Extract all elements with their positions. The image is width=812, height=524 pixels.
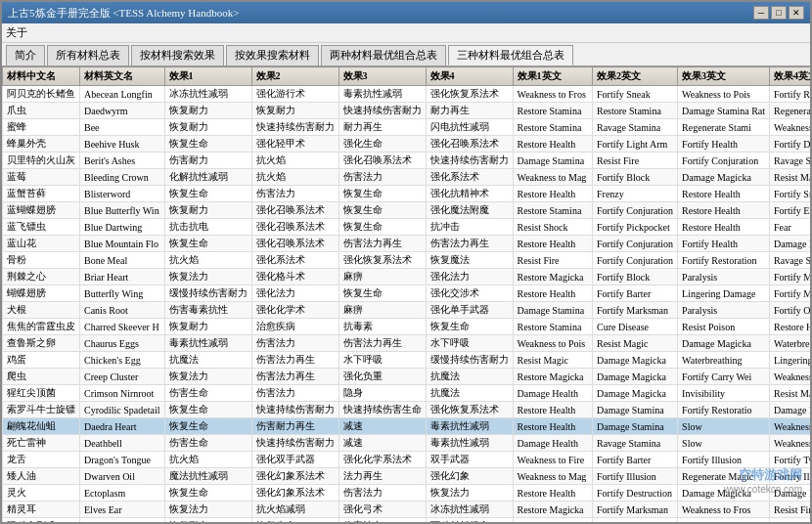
col-header-8[interactable]: 效果3英文 bbox=[678, 67, 770, 86]
minimize-button[interactable]: ─ bbox=[753, 6, 769, 20]
cell-0-5: 强化恢复系法术 bbox=[426, 86, 513, 103]
table-row[interactable]: 眼科金刚爪Eye of Sabre Cat恢复耐力恢复生命伤害法力两种材料组合R… bbox=[3, 518, 811, 523]
col-header-4[interactable]: 效果3 bbox=[338, 67, 426, 86]
cell-24-2: 恢复生命 bbox=[164, 485, 251, 502]
col-header-2[interactable]: 效果1 bbox=[164, 67, 251, 86]
table-row[interactable]: 鸡蛋Chicken's Egg抗魔法伤害法力再生水下呼吸缓慢持续伤害耐力Resi… bbox=[3, 352, 811, 369]
tab-0[interactable]: 简介 bbox=[6, 45, 45, 66]
cell-5-4: 伤害法力 bbox=[338, 169, 426, 186]
cell-2-1: Bee bbox=[80, 119, 165, 136]
cell-11-2: 恢复法力 bbox=[164, 269, 251, 285]
cell-9-9: Damage Magicka bbox=[770, 236, 810, 252]
cell-18-4: 隐身 bbox=[338, 385, 426, 402]
cell-16-8: Waterbreathing bbox=[678, 352, 770, 369]
tab-3[interactable]: 按效果搜索材料 bbox=[226, 45, 319, 66]
table-row[interactable]: 蓝飞镖虫Blue Dartwing抗击抗电强化召唤系法术恢复生命抗冲击Resis… bbox=[3, 219, 811, 236]
cell-13-7: Fortify Marksman bbox=[593, 302, 678, 319]
cell-14-2: 恢复耐力 bbox=[164, 319, 251, 335]
table-row[interactable]: 死亡雷神Deathbell伤害生命快速持续伤害耐力减速毒素抗性减弱Damage … bbox=[3, 435, 811, 452]
cell-9-2: 恢复生命 bbox=[164, 236, 251, 252]
cell-3-2: 恢复生命 bbox=[164, 136, 251, 153]
cell-20-7: Damage Stamina bbox=[593, 418, 678, 435]
cell-20-3: 伤害耐力再生 bbox=[251, 418, 338, 435]
table-row[interactable]: 荆棘之心Briar Heart恢复法力强化格斗术麻痹强化法力Restore Ma… bbox=[3, 269, 811, 285]
cell-25-8: Weakness to Fros bbox=[678, 502, 770, 518]
table-row[interactable]: 猩红尖顶菌Crimson Nirnroot伤害生命伤害法力隐身抗魔法Damage… bbox=[3, 385, 811, 402]
cell-17-8: Fortify Carry Wei bbox=[678, 369, 770, 385]
col-header-5[interactable]: 效果4 bbox=[426, 67, 513, 86]
table-row[interactable]: 骨粉Bone Meal抗火焰强化系法术强化恢复系法术恢复魔法Resist Fir… bbox=[3, 252, 811, 269]
col-header-0[interactable]: 材料中文名 bbox=[3, 67, 80, 86]
cell-22-7: Fortify Barter bbox=[593, 452, 678, 468]
table-row[interactable]: 查鲁斯之卵Chaurus Eggs毒素抗性减弱伤害法力伤害法力再生水下呼吸Wea… bbox=[3, 335, 811, 352]
cell-25-2: 恢复法力 bbox=[164, 502, 251, 518]
cell-0-9: Fortify Restoration bbox=[770, 86, 810, 103]
table-row[interactable]: 犬根Canis Root伤害毒素抗性强化化学术麻痹强化单手武器Damage St… bbox=[3, 302, 811, 319]
table-row[interactable]: 索罗斗牛士旋镖Cyrodilic Spadetail恢复生命快速持续伤害耐力快速… bbox=[3, 402, 811, 418]
table-container[interactable]: 材料中文名材料英文名效果1效果2效果3效果4效果1英文效果2英文效果3英文效果4… bbox=[2, 66, 810, 522]
table-row[interactable]: 蓝蟹苔藓Blisterword恢复生命伤害法力恢复生命强化抗精神术Restore… bbox=[3, 186, 811, 202]
cell-19-8: Fortify Restoratio bbox=[678, 402, 770, 418]
cell-19-7: Damage Stamina bbox=[593, 402, 678, 418]
table-row[interactable]: 翩魄花仙蛆Daedra Heart恢复生命伤害耐力再生减速毒素抗性减弱Resto… bbox=[3, 418, 811, 435]
table-row[interactable]: 矮人油Dwarven Oil魔法抗性减弱强化幻象系法术法力再生强化幻象Weakn… bbox=[3, 468, 811, 485]
cell-10-0: 骨粉 bbox=[3, 252, 80, 269]
cell-23-6: Weakness to Mag bbox=[513, 468, 593, 485]
cell-6-4: 恢复生命 bbox=[338, 186, 426, 202]
cell-10-1: Bone Meal bbox=[80, 252, 165, 269]
content-area: 材料中文名材料英文名效果1效果2效果3效果4效果1英文效果2英文效果3英文效果4… bbox=[2, 66, 810, 522]
table-row[interactable]: 蓝莓Bleeding Crown化解抗性减弱抗火焰伤害法力强化系法术Weakne… bbox=[3, 169, 811, 186]
table-row[interactable]: 贝里特的火山灰Berit's Ashes伤害耐力抗火焰强化召唤系法术快速持续伤害… bbox=[3, 153, 811, 169]
table-row[interactable]: 焦焦的雷霆虫皮Charred Skeever H恢复耐力治愈疾病抗毒素恢复生命R… bbox=[3, 319, 811, 335]
table-row[interactable]: 蓝山花Blue Mountain Flo恢复生命强化召唤系法术伤害法力再生伤害法… bbox=[3, 236, 811, 252]
tab-2[interactable]: 按材料搜索效果 bbox=[131, 45, 224, 66]
cell-7-2: 恢复耐力 bbox=[164, 202, 251, 219]
table-row[interactable]: 蝴蝶翅膀Butterfly Wing缓慢持续伤害耐力强化法力恢复生命强化交涉术R… bbox=[3, 285, 811, 302]
table-row[interactable]: 爪虫Daedwyrm恢复耐力恢复耐力快速持续伤害耐力耐力再生Restore St… bbox=[3, 103, 811, 119]
cell-16-6: Resist Magic bbox=[513, 352, 593, 369]
cell-17-3: 伤害法力再生 bbox=[251, 369, 338, 385]
cell-12-5: 强化交涉术 bbox=[426, 285, 513, 302]
table-row[interactable]: 龙舌Dragon's Tongue抗火焰强化双手武器强化化学系法术双手武器Wea… bbox=[3, 452, 811, 468]
tab-1[interactable]: 所有材料总表 bbox=[47, 45, 129, 66]
cell-1-8: Damage Stamina Rat bbox=[678, 103, 770, 119]
table-row[interactable]: 蓝蝴蝶翅膀Blue Butterfly Win恢复耐力强化召唤系法术恢复生命强化… bbox=[3, 202, 811, 219]
col-header-7[interactable]: 效果2英文 bbox=[593, 67, 678, 86]
cell-14-9: Restore Health bbox=[770, 319, 810, 335]
table-row[interactable]: 阿贝克的长鳍鱼Abecean Longfin冰冻抗性减弱强化游行术毒素抗性减弱强… bbox=[3, 86, 811, 103]
table-row[interactable]: 蜜蜂Bee恢复耐力快速持续伤害耐力耐力再生闪电抗性减弱Restore Stami… bbox=[3, 119, 811, 136]
table-row[interactable]: 灵火Ectoplasm恢复生命强化幻象系法术伤害法力恢复法力Restore He… bbox=[3, 485, 811, 502]
cell-15-6: Weakness to Pois bbox=[513, 335, 593, 352]
watermark-image: 空特游戏网 www.cotekcn.com bbox=[724, 466, 802, 495]
cell-7-9: Fortify Enchanting bbox=[770, 202, 810, 219]
maximize-button[interactable]: □ bbox=[771, 6, 787, 20]
cell-19-6: Restore Health bbox=[513, 402, 593, 418]
table-row[interactable]: 精灵耳Elves Ear恢复法力抗火焰减弱强化弓术冰冻抗性减弱Restore M… bbox=[3, 502, 811, 518]
cell-23-4: 法力再生 bbox=[338, 468, 426, 485]
cell-16-5: 缓慢持续伤害耐力 bbox=[426, 352, 513, 369]
cell-8-4: 恢复生命 bbox=[338, 219, 426, 236]
cell-12-1: Butterfly Wing bbox=[80, 285, 165, 302]
cell-18-0: 猩红尖顶菌 bbox=[3, 385, 80, 402]
col-header-3[interactable]: 效果2 bbox=[251, 67, 338, 86]
cell-2-0: 蜜蜂 bbox=[3, 119, 80, 136]
col-header-1[interactable]: 材料英文名 bbox=[80, 67, 165, 86]
cell-23-1: Dwarven Oil bbox=[80, 468, 165, 485]
cell-7-8: Restore Health bbox=[678, 202, 770, 219]
cell-20-0: 翩魄花仙蛆 bbox=[3, 418, 80, 435]
tab-4[interactable]: 两种材料最优组合总表 bbox=[321, 45, 446, 66]
col-header-9[interactable]: 效果4英文 bbox=[770, 67, 810, 86]
cell-24-3: 强化幻象系法术 bbox=[251, 485, 338, 502]
cell-24-4: 伤害法力 bbox=[338, 485, 426, 502]
cell-22-1: Dragon's Tongue bbox=[80, 452, 165, 468]
cell-8-6: Resist Shock bbox=[513, 219, 593, 236]
table-row[interactable]: 蜂巢外壳Beehive Husk恢复生命强化轻甲术强化生命强化召唤系法术Rest… bbox=[3, 136, 811, 153]
tab-5[interactable]: 三种材料最优组合总表 bbox=[448, 45, 573, 66]
menu-about[interactable]: 关于 bbox=[6, 26, 27, 38]
close-button[interactable]: ✕ bbox=[789, 6, 804, 20]
cell-25-5: 冰冻抗性减弱 bbox=[426, 502, 513, 518]
table-row[interactable]: 爬虫Creep Cluster恢复法力伤害法力再生强化负重抗魔法Restore … bbox=[3, 369, 811, 385]
cell-21-7: Ravage Stamina bbox=[593, 435, 678, 452]
cell-12-4: 恢复生命 bbox=[338, 285, 426, 302]
col-header-6[interactable]: 效果1英文 bbox=[513, 67, 593, 86]
